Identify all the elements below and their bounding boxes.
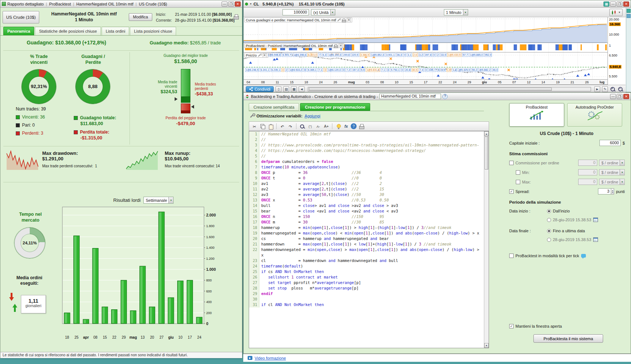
report-titlebar[interactable]: Rapporto dettagliato|ProBacktest|HammerN… [0, 0, 242, 8]
scrollbar-thumb[interactable] [485, 136, 488, 170]
code-text[interactable]: ONCE n = 150 //150 95 [259, 214, 489, 219]
code-text[interactable]: timeframe(10 minute,updateonclose) [259, 164, 489, 170]
keep-open-checkbox[interactable] [509, 324, 514, 328]
titlebar-item-1[interactable]: ProBacktest [49, 2, 71, 6]
horizontal-scrollbar[interactable] [308, 87, 591, 91]
info-bubble-icon[interactable] [581, 254, 586, 258]
end-last-data-radio[interactable] [547, 229, 551, 233]
commission-input[interactable]: 0 [578, 169, 597, 175]
font-smaller-button[interactable]: A- [315, 123, 322, 130]
system-name-input[interactable]: HammerNegated OIL 10min mtf [379, 94, 441, 99]
modify-button[interactable]: Modifica [129, 13, 152, 21]
grid-icon[interactable]: ▦ [603, 1, 609, 7]
titlebar-item-0[interactable]: Rapporto dettagliato [7, 2, 44, 6]
undo-button[interactable]: ↶ [279, 123, 286, 130]
code-text[interactable]: set stop ploss m*averagetruerange[p] [259, 285, 489, 291]
code-text[interactable]: // https://www.prorealcode.com/prorealti… [259, 142, 489, 148]
tab-autotrading-proorder[interactable]: Autotrading ProOrder [567, 103, 622, 127]
report-tab-1[interactable]: Statistiche delle posizioni chiuse [35, 27, 101, 35]
close-button[interactable]: ✕ [235, 1, 241, 7]
chart-titlebar[interactable]: ▼ CL 5.940,8 (+0,12%) 15.41.10 US Crude … [244, 0, 631, 8]
functions-button[interactable]: fx [343, 123, 350, 130]
capital-input[interactable]: 6000 [599, 140, 621, 146]
commission-unit-select[interactable]: $ / ordine [599, 179, 625, 185]
code-text[interactable] [259, 296, 489, 302]
commission-unit-select[interactable]: $ / ordine [599, 160, 625, 166]
price-scale-column[interactable]: 20.000 16.368 10.000 1 6.500 5.940,8 5.5… [608, 17, 626, 85]
vertical-scrollbar[interactable]: ▲ ▼ [484, 131, 489, 348]
zoom-in-icon[interactable]: + [610, 86, 616, 92]
code-text[interactable]: set target pprofit n*averagetruerange[p] [259, 280, 489, 285]
scroll-up-button[interactable]: ▲ [484, 131, 489, 136]
commission-input[interactable]: 0 [578, 179, 597, 185]
spread-stepper[interactable] [611, 188, 614, 194]
commission-checkbox[interactable] [516, 180, 520, 184]
close-pane-icon[interactable] [339, 44, 343, 48]
code-text[interactable]: // [259, 153, 489, 159]
commission-input[interactable]: 0 [578, 160, 597, 166]
start-from-beginning-radio[interactable] [547, 209, 551, 213]
font-larger-button[interactable]: A+ [323, 123, 330, 130]
draw-tool-icon[interactable]: ✎ [602, 86, 608, 92]
calendar-icon[interactable] [593, 237, 598, 242]
run-backtest-button[interactable]: ProBacktesta il mio sistema [533, 334, 603, 343]
search-button[interactable] [299, 123, 306, 130]
wrench-icon[interactable] [337, 18, 341, 22]
grid-icon[interactable]: ▦ [291, 86, 297, 92]
code-text[interactable]: cs = hammerup and hammerupnegated and be… [259, 236, 489, 241]
code-text[interactable]: av1 = average[2,t](close) //2 2 [259, 181, 489, 186]
comment-button[interactable]: (") [307, 123, 314, 130]
timeframe-select[interactable]: 1 Minuto [444, 9, 468, 15]
commission-checkbox[interactable] [509, 161, 514, 165]
code-text[interactable]: // https://www.prorealcode.com/topic/fra… [259, 148, 489, 153]
share-button[interactable]: Condividi [246, 86, 274, 92]
scrollbar-thumb[interactable] [309, 88, 552, 91]
code-text[interactable]: if cl AND Not OnMarket then [259, 302, 489, 307]
code-text[interactable]: endif [259, 291, 489, 296]
tab-simplified-creation[interactable]: Creazione semplificata [249, 103, 299, 111]
close-pane-icon[interactable] [263, 53, 267, 58]
titlebar-item-3[interactable]: US Crude (10$) [139, 2, 167, 6]
scroll-down-button[interactable]: ▼ [484, 343, 489, 348]
report-tab-0[interactable]: Panoramica [3, 27, 34, 35]
calculator-icon[interactable] [627, 9, 631, 13]
phone-icon[interactable]: ▯ [276, 86, 281, 92]
wrench-icon[interactable] [258, 54, 262, 57]
code-editor[interactable]: 1// HammerNegated OIL 10min mtf2//3// ht… [249, 131, 489, 348]
chart-style-button[interactable]: ▼ [609, 9, 623, 16]
code-text[interactable]: bull = close> av1 and close >av2 and clo… [259, 203, 489, 208]
code-text[interactable]: ONCE x = 0.53 //0.53 0.50 [259, 197, 489, 203]
help-icon[interactable] [442, 94, 448, 99]
code-text[interactable]: cl = hammerdown and hammerdownnegated an… [259, 258, 489, 263]
commission-checkbox[interactable] [516, 170, 520, 175]
print-icon[interactable] [334, 44, 338, 48]
video-training-link[interactable]: Video formazione [255, 356, 286, 360]
start-custom-date-radio[interactable] [547, 218, 551, 222]
price-pane[interactable]: Prezzo 1@6.598,86.591,71@6.398,66.323,07… [244, 52, 608, 80]
tab-programming-creation[interactable]: Creazione per programmazione [300, 103, 370, 111]
spread-input[interactable]: 3 [598, 188, 611, 194]
code-text[interactable]: hammerupnegated = max(open,close) < min(… [259, 230, 489, 236]
titlebar-item-2[interactable]: HammerNegated OIL 10min mtf [76, 2, 133, 6]
spread-checkbox[interactable] [509, 189, 514, 194]
paste-button[interactable] [267, 123, 274, 130]
instrument-button[interactable]: US Crude (10$) [3, 11, 39, 23]
code-text[interactable]: hammerdownnegated = min(open,close) > ma… [259, 247, 489, 258]
print-icon[interactable] [232, 13, 239, 20]
code-text[interactable]: hammerup = min(open[1],close[1]) > high[… [259, 225, 489, 230]
maximize-button[interactable]: ❐ [228, 1, 234, 7]
code-text[interactable]: timeframe(default) [259, 263, 489, 269]
tick-mode-checkbox[interactable] [509, 254, 514, 258]
report-tab-2[interactable]: Lista ordini [102, 27, 129, 35]
maximize-button[interactable]: ❐ [617, 1, 623, 7]
code-text[interactable]: defparam cumulateorders = false [259, 159, 489, 164]
period-select[interactable]: Settimanale [143, 197, 174, 204]
news-icon[interactable]: ▤ [283, 86, 289, 92]
minimize-button[interactable]: — [610, 1, 616, 7]
close-pane-icon[interactable] [347, 18, 351, 22]
code-text[interactable]: ONCE t = 0 //0 0 [259, 175, 489, 181]
minimize-button[interactable]: — [610, 94, 616, 99]
code-text[interactable]: av3 = average[50,t](close) //50 30 [259, 192, 489, 197]
copy-button[interactable] [259, 123, 266, 130]
tab-probacktest[interactable]: ProBacktest [509, 103, 564, 127]
